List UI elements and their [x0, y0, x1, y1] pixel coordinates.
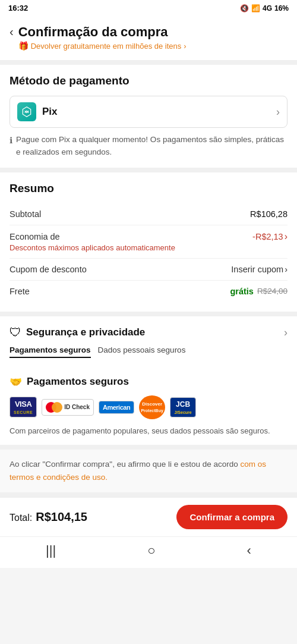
payment-info-text: Pague com Pix a qualquer momento! Os pag… [16, 134, 287, 158]
divider-4 [0, 445, 297, 450]
tab-secure-data[interactable]: Dados pessoais seguros [98, 345, 186, 358]
discount-row: Economia de -R$2,13 › Descontos máximos … [10, 225, 287, 259]
status-time: 16:32 [8, 4, 28, 12]
discount-amount: -R$2,13 [252, 232, 283, 241]
security-header[interactable]: 🛡 Segurança e privacidade › [10, 326, 287, 340]
wifi-icon: 📶 [251, 4, 260, 12]
battery-icon: 16% [274, 4, 289, 12]
shipping-label: Frete [10, 287, 30, 296]
payment-section: Método de pagamento Pix › ℹ Pague com Pi… [0, 65, 297, 168]
partners-title-text: Pagamentos seguros [27, 376, 129, 388]
shipping-free-label: grátis [230, 287, 254, 296]
discover-badge: Discover ProtectBuy [139, 395, 165, 419]
page-title: Confirmação da compra [18, 24, 187, 40]
payment-method-left: Pix [17, 102, 58, 121]
summary-section: Resumo Subtotal R$106,28 Economia de -R$… [0, 172, 297, 312]
nav-bar: ||| ○ ‹ [0, 536, 297, 568]
partners-description: Com parceiros de pagamento populares, se… [10, 425, 287, 437]
coupon-label: Cupom de desconto [10, 265, 87, 274]
total-label: Total: [10, 513, 32, 523]
handshake-icon: 🤝 [10, 376, 22, 388]
mute-icon: 🔇 [240, 4, 249, 12]
visa-secure-text: SECURE [14, 410, 33, 414]
shipping-row: Frete grátis R$24,00 [10, 281, 287, 302]
bottom-bar: Total: R$104,15 Confirmar a compra [0, 497, 297, 536]
jsecure-text: J/Secure [175, 410, 192, 414]
payment-method-name: Pix [42, 106, 58, 118]
total-block: Total: R$104,15 [10, 510, 87, 524]
return-promo-link[interactable]: 🎁 Devolver gratuitamente em milhões de i… [18, 41, 187, 51]
payment-info: ℹ Pague com Pix a qualquer momento! Os p… [10, 134, 287, 158]
coupon-chevron-icon: › [285, 265, 287, 274]
jcb-badge: JCB J/Secure [170, 397, 196, 417]
divider-1 [0, 60, 297, 65]
partners-section: 🤝 Pagamentos seguros VISA SECURE ID Chec… [0, 367, 297, 445]
legal-section: Ao clicar "Confirmar compra", eu afirmo … [0, 450, 297, 492]
discount-value-group[interactable]: -R$2,13 › [252, 231, 287, 242]
security-left: 🛡 Segurança e privacidade [10, 326, 145, 340]
return-promo-text: Devolver gratuitamente em milhões de ite… [31, 42, 182, 51]
payment-method-row[interactable]: Pix › [10, 96, 287, 128]
payment-badges: VISA SECURE ID Check American Discover P… [10, 395, 287, 419]
subtotal-label: Subtotal [10, 209, 41, 219]
amex-badge: American [99, 401, 134, 414]
discount-label: Economia de [10, 232, 60, 241]
header-content: Confirmação da compra 🎁 Devolver gratuit… [18, 24, 187, 51]
visa-badge: VISA SECURE [10, 397, 37, 417]
amex-text: American [103, 404, 130, 411]
nav-menu-icon[interactable]: ||| [46, 543, 56, 558]
jcb-text: JCB [176, 400, 190, 409]
nav-home-icon[interactable]: ○ [147, 543, 155, 558]
legal-text-part1: Ao clicar "Confirmar compra", eu afirmo … [10, 460, 241, 469]
tab-secure-payments[interactable]: Pagamentos seguros [10, 345, 91, 358]
legal-text: Ao clicar "Confirmar compra", eu afirmo … [10, 458, 287, 483]
insert-coupon-link[interactable]: Inserir cupom › [231, 265, 287, 274]
subtotal-row: Subtotal R$106,28 [10, 203, 287, 225]
id-check-text: ID Check [64, 404, 90, 410]
status-icons: 🔇 📶 4G 16% [240, 4, 289, 12]
nav-back-icon[interactable]: ‹ [247, 543, 251, 558]
status-bar: 16:32 🔇 📶 4G 16% [0, 0, 297, 15]
shield-icon: 🛡 [10, 326, 21, 340]
security-section: 🛡 Segurança e privacidade › Pagamentos s… [0, 316, 297, 367]
total-amount: R$104,15 [36, 510, 87, 524]
security-title: Segurança e privacidade [26, 326, 145, 338]
divider-2 [0, 168, 297, 172]
partners-title: 🤝 Pagamentos seguros [10, 376, 287, 388]
coupon-row: Cupom de desconto Inserir cupom › [10, 259, 287, 281]
shipping-value-group: grátis R$24,00 [230, 287, 287, 296]
gift-icon: 🎁 [18, 41, 29, 51]
subtotal-value: R$106,28 [250, 209, 287, 219]
security-chevron-icon: › [284, 326, 287, 339]
header: ‹ Confirmação da compra 🎁 Devolver gratu… [0, 15, 297, 60]
discount-chevron-icon: › [285, 231, 287, 242]
summary-title: Resumo [10, 182, 287, 195]
protectbuy-text: ProtectBuy [141, 409, 163, 413]
insert-coupon-text: Inserir cupom [231, 265, 283, 274]
mastercard-badge: ID Check [42, 399, 94, 416]
mc-circles [46, 402, 62, 413]
discover-text: Discover [142, 401, 162, 407]
info-icon: ℹ [10, 134, 12, 147]
back-button[interactable]: ‹ [10, 26, 14, 37]
divider-3 [0, 312, 297, 316]
pix-icon [17, 102, 36, 121]
signal-icon: 4G [263, 4, 272, 12]
payment-section-title: Método de pagamento [10, 74, 287, 87]
payment-chevron-icon: › [276, 106, 280, 118]
security-tabs: Pagamentos seguros Dados pessoais seguro… [10, 345, 287, 358]
mc-orange-circle [52, 402, 62, 413]
shipping-original-price: R$24,00 [257, 287, 287, 296]
discount-sub-link[interactable]: Descontos máximos aplicados automaticame… [10, 243, 287, 252]
confirm-purchase-button[interactable]: Confirmar a compra [176, 505, 287, 529]
visa-text: VISA [15, 400, 31, 409]
chevron-right-icon: › [184, 42, 186, 51]
divider-5 [0, 492, 297, 497]
